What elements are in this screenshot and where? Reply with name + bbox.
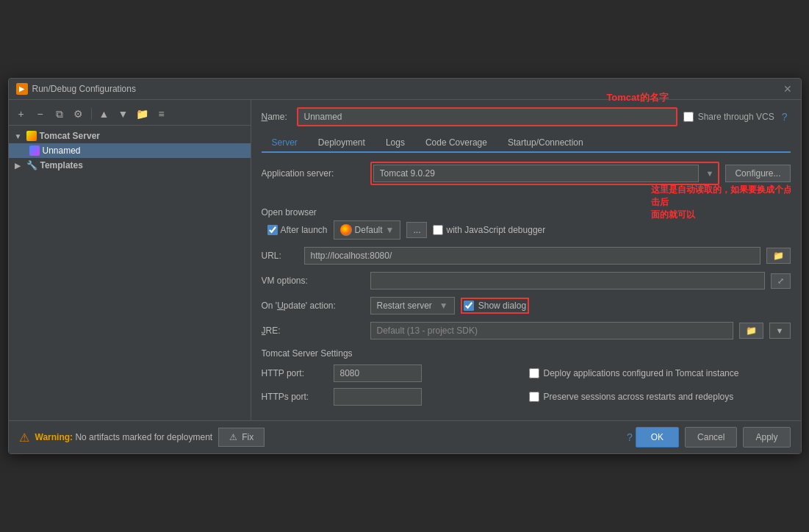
https-port-row: HTTPs port: [262,388,523,406]
run-debug-dialog: ▶ Run/Debug Configurations ✕ + − ⧉ ⚙ ▲ ▼… [8,78,802,454]
restart-server-arrow[interactable]: ▼ [439,301,448,311]
tomcat-settings-section: Tomcat Server Settings HTTP port: Deploy… [262,348,791,406]
browser-name: Default [355,225,383,235]
preserve-checkbox[interactable] [529,392,539,402]
vm-options-row: VM options: ⤢ [262,272,791,290]
browser-ellipsis-button[interactable]: ... [406,222,427,238]
templates-icon: 🔧 [26,160,37,170]
tomcat-server-group[interactable]: ▼ Tomcat Server [9,129,251,143]
name-input-wrapper: Tomcat的名字 [297,107,677,126]
folder-button[interactable]: 📁 [134,106,151,122]
browser-row: After launch Default ▼ ... with JavaScri… [262,220,791,240]
browser-select[interactable]: Default ▼ [334,220,401,240]
https-port-label: HTTPs port: [262,392,328,402]
main-panel: Name: Tomcat的名字 Share through VCS ? Serv… [251,100,801,420]
templates-group[interactable]: ▶ 🔧 Templates [9,158,251,173]
dialog-title: Run/Debug Configurations [32,84,136,94]
share-vcs-row: Share through VCS ? [683,109,791,124]
app-server-label: Application server: [262,168,364,179]
tomcat-server-icon [26,131,37,141]
add-config-button[interactable]: + [13,106,29,122]
name-row: Name: Tomcat的名字 Share through VCS ? [262,107,791,126]
templates-label: Templates [40,160,83,170]
server-tab-content: Application server: ▼ Configure... 这里是自动… [262,162,791,413]
move-down-button[interactable]: ▼ [115,106,132,122]
https-port-input[interactable] [334,388,422,406]
unnamed-config-icon [29,145,40,156]
deploy-label: Deploy applications configured in Tomcat… [544,368,739,378]
show-dialog-checkbox[interactable] [464,301,474,311]
titlebar: ▶ Run/Debug Configurations ✕ [9,79,801,100]
tree-arrow-tomcat: ▼ [15,132,24,140]
http-port-label: HTTP port: [262,368,328,378]
remove-config-button[interactable]: − [32,106,48,122]
apply-button[interactable]: Apply [743,427,790,447]
toolbar-divider [91,108,92,120]
tab-deployment[interactable]: Deployment [308,134,375,153]
jre-dropdown-button[interactable]: ▼ [769,323,791,339]
jre-input[interactable] [370,322,733,339]
after-launch-checkbox[interactable] [267,225,278,235]
show-dialog-label: Show dialog [478,301,526,311]
ok-button[interactable]: OK [636,427,679,447]
config-tabs: Server Deployment Logs Code Coverage Sta… [262,134,791,153]
close-button[interactable]: ✕ [782,83,794,95]
cancel-button[interactable]: Cancel [685,427,737,447]
fix-icon: ⚠ [229,432,237,442]
tab-logs[interactable]: Logs [375,134,415,153]
name-annotation: Tomcat的名字 [606,91,668,104]
configure-server-button[interactable]: Configure... [725,165,790,182]
tomcat-server-label: Tomcat Server [40,131,100,141]
deploy-checkbox[interactable] [529,368,539,378]
sidebar-toolbar: + − ⧉ ⚙ ▲ ▼ 📁 ≡ [9,103,251,126]
preserve-label: Preserve sessions across restarts and re… [544,392,734,402]
vm-options-input[interactable] [370,272,765,290]
name-label: Name: [262,112,291,122]
share-vcs-help-button[interactable]: ? [779,109,791,124]
fix-button[interactable]: ⚠ Fix [218,428,265,447]
js-debugger-checkbox[interactable] [433,225,443,235]
unnamed-config-item[interactable]: Unnamed [9,143,251,158]
after-launch-label: After launch [281,225,328,235]
after-launch-wrap: After launch [267,225,328,235]
vm-expand-button[interactable]: ⤢ [771,273,791,289]
http-port-row: HTTP port: [262,364,523,382]
name-input[interactable] [298,109,676,125]
tab-code-coverage[interactable]: Code Coverage [415,134,497,153]
ports-grid: HTTP port: Deploy applications configure… [262,364,791,406]
browser-chrome-icon [340,224,352,236]
server-dropdown-arrow[interactable]: ▼ [703,169,717,178]
sidebar: + − ⧉ ⚙ ▲ ▼ 📁 ≡ ▼ Tomcat Server Un [9,100,251,420]
help-button[interactable]: ? [624,430,636,445]
url-input[interactable] [304,247,761,265]
app-server-wrapper: ▼ [370,162,720,185]
restart-server-select[interactable]: Restart server ▼ [370,297,455,314]
dialog-footer: ⚠ Warning: No artifacts marked for deplo… [9,420,801,453]
settings-button[interactable]: ⚙ [71,106,87,122]
dialog-buttons: OK Cancel Apply [636,427,791,447]
tab-server[interactable]: Server [262,134,308,153]
share-vcs-label: Share through VCS [698,112,774,122]
warning-text: Warning: No artifacts marked for deploym… [35,432,213,442]
app-server-input[interactable] [373,165,699,182]
tab-startup-connection[interactable]: Startup/Connection [497,134,594,153]
deploy-option-row: Deploy applications configured in Tomcat… [529,364,791,382]
dialog-icon: ▶ [16,83,28,95]
dialog-body: + − ⧉ ⚙ ▲ ▼ 📁 ≡ ▼ Tomcat Server Un [9,100,801,420]
jre-folder-button[interactable]: 📁 [739,323,763,339]
browser-dropdown-arrow[interactable]: ▼ [386,225,395,235]
sort-button[interactable]: ≡ [154,106,170,122]
copy-config-button[interactable]: ⧉ [51,106,68,122]
url-label: URL: [262,251,298,261]
move-up-button[interactable]: ▲ [96,106,112,122]
url-folder-button[interactable]: 📁 [766,248,791,264]
share-vcs-checkbox[interactable] [683,112,694,122]
fix-label: Fix [242,432,254,442]
on-update-row: On 'Update' action: Restart server ▼ Sho… [262,297,791,314]
preserve-option-row: Preserve sessions across restarts and re… [529,388,791,406]
vm-options-label: VM options: [262,276,364,286]
http-port-input[interactable] [334,364,422,382]
settings-title: Tomcat Server Settings [262,348,791,359]
restart-server-label: Restart server [377,301,432,311]
server-annotation: 这里是自动读取的，如果要换成个点击后 面的就可以 [651,184,791,220]
